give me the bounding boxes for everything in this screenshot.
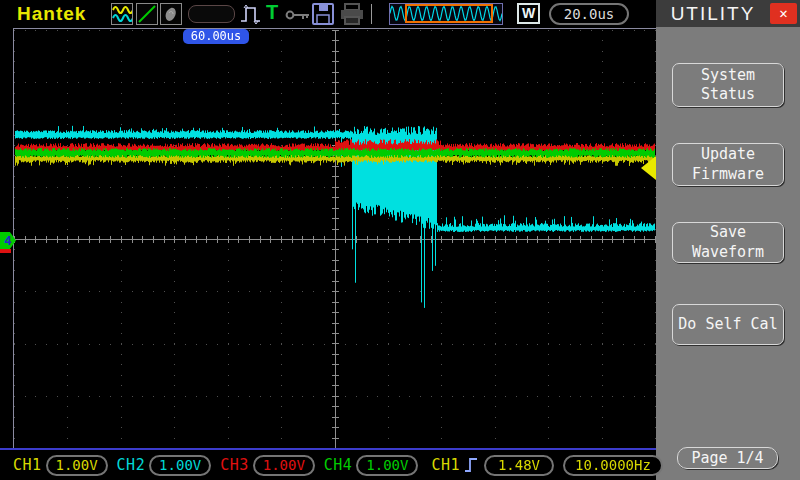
utility-menu-panel: UTILITY ✕ System Status Update Firmware … [656,0,800,480]
menu-header: UTILITY ✕ [656,0,800,27]
trigger-level-marker[interactable] [641,156,656,180]
top-toolbar: Hantek T [0,0,656,28]
timebase-readout: 20.0us [549,3,629,25]
ch4-label: CH4 [324,456,353,474]
trigger-slope-rising-icon [464,455,478,475]
menu-title: UTILITY [656,3,770,25]
diagonal-line-icon [137,4,157,24]
oscilloscope-screen: Hantek T [0,0,800,480]
ch1-scale-readout: 1.00V [46,455,108,476]
waveform-canvas [0,28,656,448]
trigger-frequency-readout: 10.0000Hz [563,455,663,476]
close-button[interactable]: ✕ [770,3,797,24]
system-status-button[interactable]: System Status [672,63,784,107]
trigger-delay-flag[interactable]: 60.00us [183,29,249,44]
toolbar-separator [371,4,372,24]
ch4-scale-readout: 1.00V [356,455,418,476]
preview-viewport-box[interactable] [405,4,493,23]
hand-icon [161,4,181,24]
pulse-trigger-icon [239,2,263,26]
dual-wave-icon [112,4,132,24]
do-self-cal-button[interactable]: Do Self Cal [672,304,784,345]
waveform-preview[interactable] [389,3,503,25]
ch2-label: CH2 [117,456,146,474]
trigger-level-readout: 1.48V [484,455,554,476]
update-firmware-button[interactable]: Update Firmware [672,143,784,186]
status-bar: CH1 1.00V CH2 1.00V CH3 1.00V CH4 1.00V … [0,448,656,480]
line-tool-button[interactable] [136,3,158,25]
trigger-status-indicator: T [266,1,278,24]
ch1-label: CH1 [13,456,42,474]
hantek-logo: Hantek [17,3,86,25]
ch3-label: CH3 [220,456,249,474]
save-waveform-button[interactable]: Save Waveform [672,222,784,263]
trigger-source-label: CH1 [431,456,460,474]
empty-readout-box [188,5,235,23]
print-icon[interactable] [339,2,365,26]
ch2-scale-readout: 1.00V [149,455,211,476]
ch3-scale-readout: 1.00V [253,455,315,476]
lock-key-icon[interactable] [285,7,311,23]
w-logo-badge: W [517,3,540,24]
scope-display: 60.00us 4 [0,28,656,448]
waveform-display-button[interactable] [111,3,133,25]
page-indicator-button[interactable]: Page 1/4 [677,447,778,469]
hand-tool-button[interactable] [160,3,182,25]
save-floppy-icon[interactable] [311,2,335,26]
ch3-ground-marker[interactable] [0,249,11,253]
